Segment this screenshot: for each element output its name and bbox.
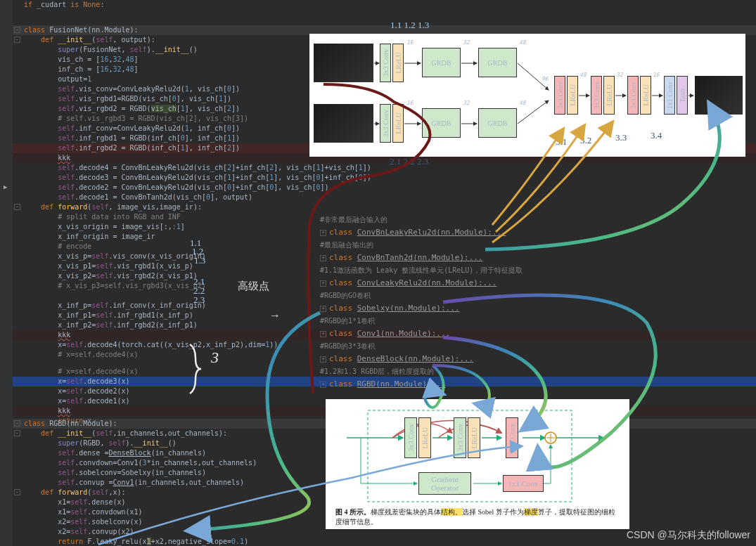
comment: #1.1激活函数为 Leaky 整流线性单元(LReLU)，用于特征提取 xyxy=(320,264,523,277)
anno-13: 1.3 xyxy=(194,255,205,266)
anno-34: 3.4 xyxy=(651,130,662,141)
anno-gaojidian: 高级点 xyxy=(238,280,269,293)
watermark: CSDN @马尔科夫的follower xyxy=(627,529,750,542)
anno-arrow: → xyxy=(269,309,281,322)
onebyone-conv: 1x1 Conv xyxy=(503,475,544,492)
anno-31: 3.1 xyxy=(556,136,567,148)
comment: #1.2和1.3 RGBD层，细粒度提取的 xyxy=(320,365,434,378)
class-item[interactable]: Sobelxy(nn.Module):... xyxy=(357,302,460,315)
architecture-diagram: 3x3 Conv LReLU 16 GRDB 32 GRDB 48 3x3 Co… xyxy=(309,34,745,157)
class-item[interactable]: ConvBnTanh2d(nn.Module):... xyxy=(357,252,483,264)
figure-caption: 图 4 所示。梯度残差密集块的具体结构。选择 Sobel 算子作为梯度算子，提取… xyxy=(335,507,620,527)
class-item[interactable]: RGBD(nn.Module):... xyxy=(357,378,446,391)
class-item[interactable]: ConvLeakyRelu2d(nn.Module):... xyxy=(357,277,497,290)
svg-line-3 xyxy=(518,63,549,90)
gradient-operator: Gradient Operator xyxy=(418,472,471,495)
comment: #非常最后融合输入的 xyxy=(320,214,387,226)
svg-line-7 xyxy=(518,100,549,124)
comment: #RGBD的GO卷积 xyxy=(320,290,371,302)
class-item[interactable]: Conv1(nn.Module):... xyxy=(357,327,450,340)
anno-top-row: 1.1 1.2 1.3 xyxy=(390,20,429,31)
anno-brace3: 3 xyxy=(211,349,219,367)
comment: #最后融合输出的 xyxy=(320,239,373,252)
collapsed-classes[interactable]: #非常最后融合输入的 +class ConvBnLeakyRelu2d(nn.M… xyxy=(320,214,523,391)
anno-mid-row: 2.1 2.2 2.3 xyxy=(390,156,428,167)
comment: #RGBD的1*1卷积 xyxy=(320,315,375,327)
anno-33: 3.3 xyxy=(615,132,627,143)
caret-icon: ▶ xyxy=(4,183,7,190)
class-item[interactable]: DenseBlock(nn.Module):... xyxy=(357,353,474,365)
anno-32: 3.2 xyxy=(580,135,591,146)
anno-23: 2.3 xyxy=(193,294,205,306)
grdb-diagram: 3x3 Conv LReLU 3x3 Conv LReLU 1x1 Conv G… xyxy=(326,399,629,529)
comment: #RGBD的3*3卷积 xyxy=(320,340,375,353)
class-item[interactable]: ConvBnLeakyRelu2d(nn.Module):... xyxy=(357,226,506,239)
